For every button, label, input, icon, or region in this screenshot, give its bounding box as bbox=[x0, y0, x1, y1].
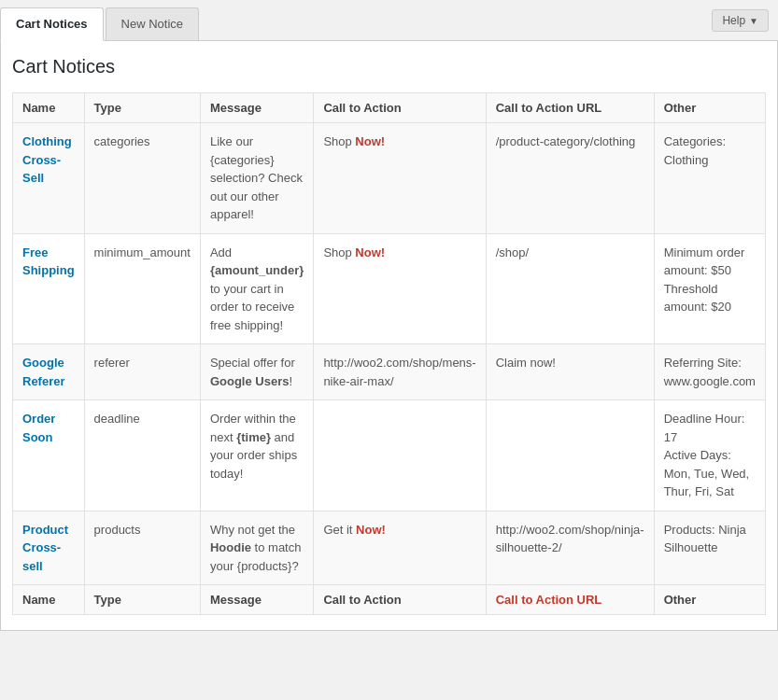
table-row: Google RefererrefererSpecial offer for G… bbox=[13, 344, 766, 400]
footer-name: Name bbox=[13, 585, 85, 615]
footer-type: Type bbox=[84, 585, 200, 615]
notice-name-link[interactable]: Free Shipping bbox=[22, 245, 75, 278]
notice-cta-url bbox=[486, 400, 654, 511]
table-row: Product Cross-sellproductsWhy not get th… bbox=[13, 511, 766, 585]
col-header-cta-url: Call to Action URL bbox=[486, 93, 654, 123]
notice-cta: Shop Now! bbox=[314, 233, 486, 344]
notices-table: Name Type Message Call to Action Call to… bbox=[12, 92, 766, 615]
table-row: Free Shippingminimum_amountAdd {amount_u… bbox=[13, 233, 766, 344]
tab-bar: Cart Notices New Notice Help ▼ bbox=[0, 0, 778, 41]
chevron-down-icon: ▼ bbox=[749, 16, 758, 26]
notice-message: Why not get the Hoodie to match your {pr… bbox=[200, 511, 313, 585]
notice-message: Special offer for Google Users! bbox=[200, 344, 313, 400]
table-header-row: Name Type Message Call to Action Call to… bbox=[13, 93, 766, 123]
page-wrapper: Cart Notices New Notice Help ▼ Cart Noti… bbox=[0, 0, 778, 700]
notice-name-link[interactable]: Google Referer bbox=[22, 356, 65, 388]
notice-name-link[interactable]: Order Soon bbox=[22, 412, 55, 444]
notice-cta bbox=[314, 400, 486, 511]
notice-message: Like our {categories} selection? Check o… bbox=[200, 123, 313, 234]
main-content: Cart Notices Name Type Message Call to A… bbox=[0, 41, 778, 631]
notice-type: minimum_amount bbox=[84, 233, 200, 344]
footer-cta: Call to Action bbox=[314, 585, 486, 615]
footer-cta-url: Call to Action URL bbox=[486, 585, 654, 615]
notice-other: Referring Site: www.google.com bbox=[654, 344, 765, 400]
notice-message: Add {amount_under} to your cart in order… bbox=[200, 233, 313, 344]
notice-other: Minimum order amount: $50 Threshold amou… bbox=[654, 233, 765, 344]
notice-cta-url: Claim now! bbox=[486, 344, 654, 400]
notice-cta: Shop Now! bbox=[314, 123, 486, 234]
col-header-message: Message bbox=[200, 93, 313, 123]
notice-type: referer bbox=[84, 344, 200, 400]
help-button[interactable]: Help ▼ bbox=[712, 9, 769, 32]
notice-name-link[interactable]: Clothing Cross-Sell bbox=[22, 134, 72, 185]
notice-other: Products: Ninja Silhouette bbox=[654, 511, 765, 585]
notice-type: deadline bbox=[84, 400, 200, 511]
footer-other: Other bbox=[654, 585, 765, 615]
notice-other: Categories: Clothing bbox=[654, 123, 765, 234]
tab-cart-notices[interactable]: Cart Notices bbox=[0, 7, 104, 41]
table-footer-row: Name Type Message Call to Action Call to… bbox=[13, 585, 766, 615]
col-header-type: Type bbox=[84, 93, 200, 123]
notice-cta-url: /shop/ bbox=[486, 233, 654, 344]
notice-cta: http://woo2.com/shop/mens-nike-air-max/ bbox=[314, 344, 486, 400]
tab-new-notice[interactable]: New Notice bbox=[106, 7, 199, 40]
notice-other: Deadline Hour: 17 Active Days: Mon, Tue,… bbox=[654, 400, 765, 511]
notice-cta: Get it Now! bbox=[314, 511, 486, 585]
page-title: Cart Notices bbox=[12, 56, 766, 77]
footer-message: Message bbox=[200, 585, 313, 615]
col-header-other: Other bbox=[654, 93, 765, 123]
notice-cta-url: /product-category/clothing bbox=[486, 123, 654, 234]
col-header-cta: Call to Action bbox=[314, 93, 486, 123]
col-header-name: Name bbox=[13, 93, 85, 123]
notice-name-link[interactable]: Product Cross-sell bbox=[22, 523, 68, 573]
notice-cta-url: http://woo2.com/shop/ninja-silhouette-2/ bbox=[486, 511, 654, 585]
notice-message: Order within the next {time} and your or… bbox=[200, 400, 313, 511]
notice-type: products bbox=[84, 511, 200, 585]
table-row: Order SoondeadlineOrder within the next … bbox=[13, 400, 766, 511]
table-row: Clothing Cross-SellcategoriesLike our {c… bbox=[13, 123, 766, 234]
notice-type: categories bbox=[84, 123, 200, 234]
